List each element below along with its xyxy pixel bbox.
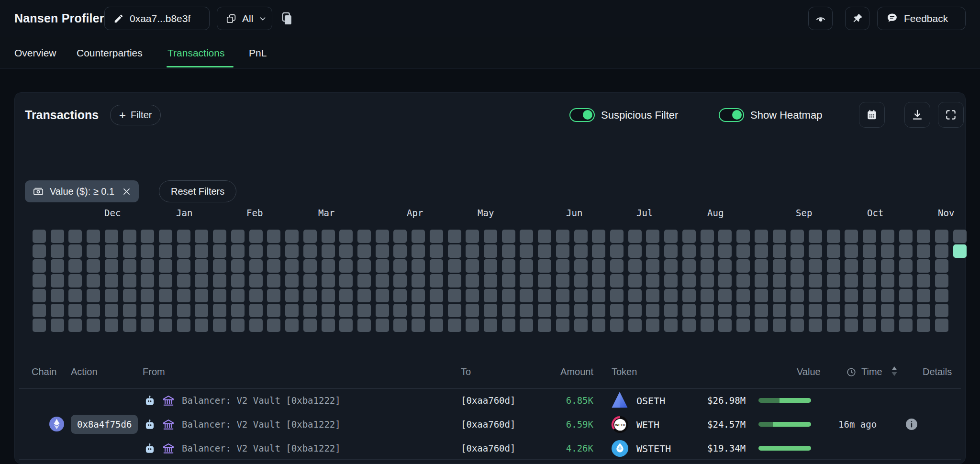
- heatmap-cell[interactable]: [141, 259, 154, 273]
- heatmap-cell[interactable]: [701, 319, 714, 332]
- token-label[interactable]: OSETH: [636, 395, 665, 407]
- heatmap-cell[interactable]: [322, 230, 335, 243]
- heatmap-cell[interactable]: [556, 244, 569, 258]
- heatmap-cell[interactable]: [448, 244, 461, 258]
- heatmap-cell[interactable]: [105, 244, 118, 258]
- heatmap-cell[interactable]: [953, 230, 967, 243]
- heatmap-cell[interactable]: [303, 244, 317, 258]
- heatmap-cell[interactable]: [393, 259, 407, 273]
- heatmap-cell[interactable]: [845, 319, 858, 332]
- sort-carets-icon[interactable]: [891, 366, 898, 376]
- heatmap-cell[interactable]: [141, 289, 154, 302]
- heatmap-cell[interactable]: [809, 259, 822, 273]
- heatmap-cell[interactable]: [68, 274, 82, 287]
- heatmap-cell[interactable]: [87, 304, 100, 317]
- heatmap-cell[interactable]: [538, 319, 551, 332]
- heatmap-cell[interactable]: [123, 289, 136, 302]
- heatmap-cell[interactable]: [682, 304, 696, 317]
- heatmap-cell[interactable]: [195, 230, 208, 243]
- heatmap-cell[interactable]: [393, 319, 407, 332]
- heatmap-cell[interactable]: [718, 274, 732, 287]
- heatmap-cell[interactable]: [592, 319, 605, 332]
- heatmap-cell[interactable]: [736, 259, 750, 273]
- heatmap-cell[interactable]: [881, 259, 894, 273]
- heatmap-cell[interactable]: [682, 289, 696, 302]
- heatmap-cell[interactable]: [718, 319, 732, 332]
- heatmap-cell[interactable]: [646, 319, 659, 332]
- heatmap-cell[interactable]: [87, 244, 100, 258]
- heatmap-cell[interactable]: [845, 230, 858, 243]
- heatmap-cell[interactable]: [701, 274, 714, 287]
- heatmap-cell[interactable]: [556, 230, 569, 243]
- heatmap-cell[interactable]: [159, 289, 172, 302]
- col-header-token[interactable]: Token: [612, 366, 637, 377]
- heatmap-cell[interactable]: [502, 304, 515, 317]
- heatmap-cell[interactable]: [827, 230, 840, 243]
- heatmap-cell[interactable]: [430, 319, 443, 332]
- heatmap-cell[interactable]: [87, 259, 100, 273]
- remove-filter-icon[interactable]: [122, 187, 131, 196]
- heatmap-cell[interactable]: [718, 304, 732, 317]
- heatmap-cell[interactable]: [664, 230, 678, 243]
- heatmap-cell[interactable]: [736, 230, 750, 243]
- heatmap-cell[interactable]: [863, 274, 876, 287]
- heatmap-cell[interactable]: [682, 230, 696, 243]
- heatmap-cell[interactable]: [664, 244, 678, 258]
- heatmap-cell[interactable]: [322, 304, 335, 317]
- heatmap-cell[interactable]: [412, 259, 425, 273]
- heatmap-cell[interactable]: [448, 319, 461, 332]
- heatmap-cell[interactable]: [51, 274, 64, 287]
- heatmap-cell[interactable]: [448, 304, 461, 317]
- heatmap-cell[interactable]: [213, 289, 226, 302]
- heatmap-cell[interactable]: [322, 274, 335, 287]
- reset-filters-button[interactable]: Reset Filters: [159, 180, 236, 202]
- pin-button[interactable]: [845, 7, 869, 30]
- heatmap-cell[interactable]: [123, 244, 136, 258]
- heatmap-cell[interactable]: [574, 289, 588, 302]
- heatmap-cell[interactable]: [809, 274, 822, 287]
- heatmap-cell[interactable]: [448, 230, 461, 243]
- heatmap-cell[interactable]: [213, 319, 226, 332]
- heatmap-cell[interactable]: [755, 259, 768, 273]
- heatmap-cell[interactable]: [809, 304, 822, 317]
- heatmap-cell[interactable]: [935, 274, 948, 287]
- heatmap-cell[interactable]: [682, 259, 696, 273]
- chain-selector-dropdown[interactable]: All: [217, 7, 272, 30]
- heatmap-cell[interactable]: [682, 274, 696, 287]
- heatmap-cell[interactable]: [646, 304, 659, 317]
- heatmap-cell[interactable]: [357, 319, 371, 332]
- heatmap-cell[interactable]: [68, 244, 82, 258]
- heatmap-cell[interactable]: [863, 244, 876, 258]
- heatmap-cell[interactable]: [430, 289, 443, 302]
- col-header-action[interactable]: Action: [71, 366, 98, 377]
- heatmap-cell[interactable]: [863, 230, 876, 243]
- heatmap-cell[interactable]: [249, 304, 263, 317]
- heatmap-cell[interactable]: [177, 244, 190, 258]
- heatmap-cell[interactable]: [935, 289, 948, 302]
- heatmap-cell[interactable]: [285, 259, 299, 273]
- heatmap-cell[interactable]: [105, 319, 118, 332]
- heatmap-cell[interactable]: [827, 259, 840, 273]
- heatmap-cell[interactable]: [213, 304, 226, 317]
- heatmap-cell[interactable]: [339, 319, 353, 332]
- heatmap-cell[interactable]: [881, 244, 894, 258]
- heatmap-cell[interactable]: [285, 289, 299, 302]
- heatmap-cell[interactable]: [881, 319, 894, 332]
- heatmap-cell[interactable]: [755, 289, 768, 302]
- heatmap-cell[interactable]: [123, 230, 136, 243]
- heatmap-cell[interactable]: [646, 230, 659, 243]
- heatmap-cell[interactable]: [718, 244, 732, 258]
- heatmap-cell[interactable]: [33, 304, 46, 317]
- heatmap-cell[interactable]: [177, 319, 190, 332]
- heatmap-cell[interactable]: [376, 304, 389, 317]
- from-address[interactable]: Balancer: V2 Vault [0xba1222]: [182, 395, 341, 406]
- heatmap-cell[interactable]: [68, 319, 82, 332]
- heatmap-cell[interactable]: [68, 304, 82, 317]
- heatmap-cell[interactable]: [177, 289, 190, 302]
- heatmap-cell[interactable]: [592, 259, 605, 273]
- heatmap-cell[interactable]: [610, 319, 624, 332]
- heatmap-cell[interactable]: [159, 259, 172, 273]
- heatmap-cell[interactable]: [736, 304, 750, 317]
- heatmap-cell[interactable]: [664, 274, 678, 287]
- heatmap-cell[interactable]: [556, 274, 569, 287]
